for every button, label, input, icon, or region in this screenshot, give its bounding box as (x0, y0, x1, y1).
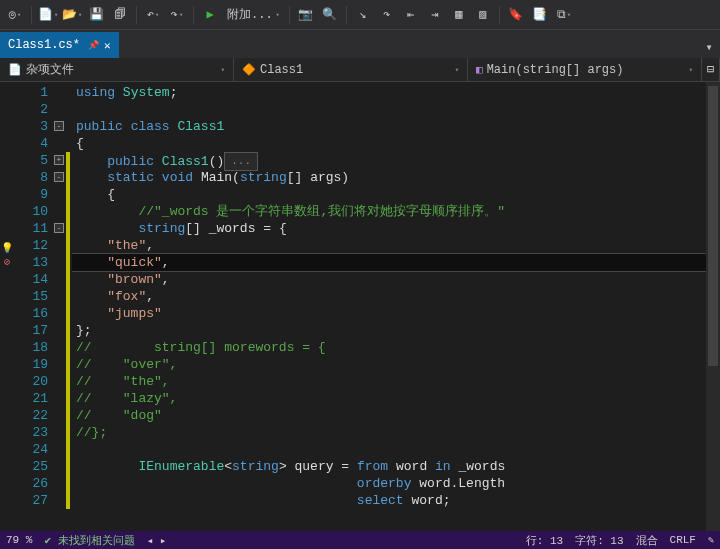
csharp-file-icon: 📄 (8, 63, 22, 76)
step-over-icon[interactable]: ↷ (376, 4, 398, 26)
code-area[interactable]: using System; public class Class1{ publi… (72, 82, 720, 531)
code-line[interactable]: "jumps" (72, 305, 720, 322)
cursor-char[interactable]: 字符: 13 (575, 533, 623, 548)
code-line[interactable]: // "over", (72, 356, 720, 373)
save-all-icon[interactable]: 🗐 (109, 4, 131, 26)
indicator-margin: 💡 ⊘ (0, 242, 14, 268)
code-line[interactable] (72, 441, 720, 458)
indent-right-icon[interactable]: ⇥ (424, 4, 446, 26)
fold-toggle[interactable]: + (54, 155, 64, 165)
step-into-icon[interactable]: ↘ (352, 4, 374, 26)
class-icon: 🔶 (242, 63, 256, 76)
code-line[interactable]: "quick", (72, 254, 720, 271)
undo-icon[interactable]: ↶▾ (142, 4, 164, 26)
nav-target-icon[interactable]: ◎▾ (4, 4, 26, 26)
code-line[interactable]: // "the", (72, 373, 720, 390)
redo-icon[interactable]: ↷▾ (166, 4, 188, 26)
status-bar: 79 % ✔ 未找到相关问题 ◂ ▸ 行: 13 字符: 13 混合 CRLF … (0, 531, 720, 549)
save-icon[interactable]: 💾 (85, 4, 107, 26)
new-file-icon[interactable]: 📄▾ (37, 4, 59, 26)
code-line[interactable]: // string[] morewords = { (72, 339, 720, 356)
close-tab-icon[interactable]: ✕ (104, 39, 111, 52)
breadcrumb-class[interactable]: 🔶 Class1 ▾ (234, 58, 468, 81)
vertical-scrollbar[interactable] (706, 82, 720, 531)
tab-overflow-icon[interactable]: ▾ (698, 36, 720, 58)
method-icon: ◧ (476, 63, 483, 76)
uncomment-icon[interactable]: ▨ (472, 4, 494, 26)
main-toolbar: ◎▾ 📄▾ 📂▾ 💾 🗐 ↶▾ ↷▾ ▶ 附加...▾ 📷 🔍 ↘ ↷ ⇤ ⇥ … (0, 0, 720, 30)
code-line[interactable]: string[] _words = { (72, 220, 720, 237)
cursor-line[interactable]: 行: 13 (526, 533, 563, 548)
issues-status[interactable]: ✔ 未找到相关问题 (44, 533, 134, 548)
comment-icon[interactable]: ▦ (448, 4, 470, 26)
line-number-gutter: 123-45+8-91011-1213141516171819202122232… (0, 82, 66, 531)
code-line[interactable]: public Class1()... (72, 152, 720, 169)
indent-left-icon[interactable]: ⇤ (400, 4, 422, 26)
code-line[interactable]: static void Main(string[] args) (72, 169, 720, 186)
code-line[interactable]: // "lazy", (72, 390, 720, 407)
code-line[interactable]: "brown", (72, 271, 720, 288)
code-line[interactable]: "fox", (72, 288, 720, 305)
pencil-icon: ✎ (708, 534, 714, 546)
tool-icon-1[interactable]: 📷 (295, 4, 317, 26)
nav-breadcrumb: 📄 杂项文件 ▾ 🔶 Class1 ▾ ◧ Main(string[] args… (0, 58, 720, 82)
tool-icon-2[interactable]: 🔍 (319, 4, 341, 26)
line-ending[interactable]: CRLF (670, 534, 696, 546)
pin-icon[interactable]: 📌 (88, 40, 98, 50)
extension-icon[interactable]: ⧉▾ (553, 4, 575, 26)
code-line[interactable]: // "dog" (72, 407, 720, 424)
code-line[interactable]: { (72, 186, 720, 203)
code-line[interactable]: //"_words 是一个字符串数组,我们将对她按字母顺序排序。" (72, 203, 720, 220)
scrollbar-thumb[interactable] (708, 86, 718, 366)
code-line[interactable]: orderby word.Length (72, 475, 720, 492)
document-tabbar: Class1.cs* 📌 ✕ ▾ (0, 30, 720, 58)
error-icon[interactable]: ⊘ (4, 256, 10, 268)
zoom-level[interactable]: 79 % (6, 534, 32, 546)
code-line[interactable]: using System; (72, 84, 720, 101)
bookmark-icon[interactable]: 🔖 (505, 4, 527, 26)
run-icon[interactable]: ▶ (199, 4, 221, 26)
file-tab-label: Class1.cs* (8, 38, 80, 52)
file-tab[interactable]: Class1.cs* 📌 ✕ (0, 32, 119, 58)
code-line[interactable]: //}; (72, 424, 720, 441)
light-bulb-icon[interactable]: 💡 (1, 242, 13, 254)
fold-toggle[interactable]: - (54, 172, 64, 182)
code-line[interactable]: { (72, 135, 720, 152)
breadcrumb-project[interactable]: 📄 杂项文件 ▾ (0, 58, 234, 81)
code-line[interactable]: "the", (72, 237, 720, 254)
code-line[interactable]: select word; (72, 492, 720, 509)
code-editor[interactable]: 💡 ⊘ 123-45+8-91011-121314151617181920212… (0, 82, 720, 531)
attach-button[interactable]: 附加...▾ (223, 6, 284, 23)
fold-toggle[interactable]: - (54, 121, 64, 131)
indent-mode[interactable]: 混合 (636, 533, 658, 548)
code-line[interactable]: }; (72, 322, 720, 339)
open-folder-icon[interactable]: 📂▾ (61, 4, 83, 26)
split-editor-icon[interactable]: ⊟ (702, 58, 720, 81)
code-line[interactable] (72, 101, 720, 118)
code-line[interactable]: IEnumerable<string> query = from word in… (72, 458, 720, 475)
code-line[interactable]: public class Class1 (72, 118, 720, 135)
bookmark-list-icon[interactable]: 📑 (529, 4, 551, 26)
breadcrumb-method[interactable]: ◧ Main(string[] args) ▾ (468, 58, 702, 81)
fold-toggle[interactable]: - (54, 223, 64, 233)
